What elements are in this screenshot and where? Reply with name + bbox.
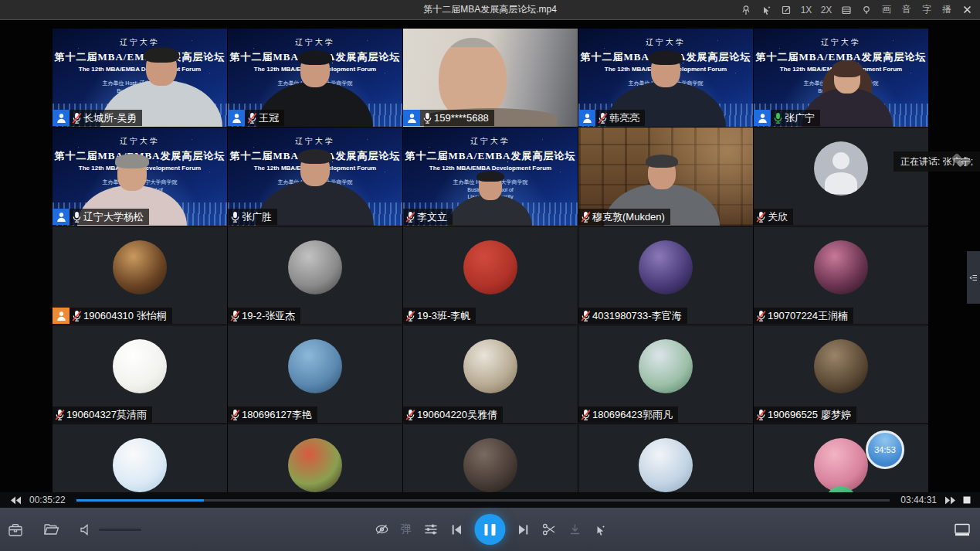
participant-tile[interactable]: 辽宁大学第十二届MBA/EMBA发展高层论坛The 12th MBA/EMBA … (228, 128, 402, 226)
participant-name: 190604327莫清雨 (66, 408, 147, 422)
danmaku-button[interactable]: 弹 (401, 522, 412, 536)
participant-tile[interactable] (228, 424, 402, 492)
pin-icon[interactable] (736, 0, 756, 19)
participant-tile[interactable]: 180696423郭雨凡 (578, 325, 753, 423)
participant-tile[interactable]: 关欣 (754, 128, 928, 226)
video-track-button[interactable]: 画 (877, 0, 897, 19)
mic-muted-icon (405, 211, 415, 223)
timer-badge: 34:53 (866, 430, 904, 469)
mic-muted-icon (72, 310, 82, 322)
person-icon (754, 110, 771, 126)
mic-on-icon (422, 112, 432, 124)
open-folder-icon[interactable] (43, 522, 59, 536)
participant-tile[interactable]: 34:53 (754, 424, 928, 492)
participant-tile[interactable]: 辽宁大学第十二届MBA/EMBA发展高层论坛The 12th MBA/EMBA … (53, 128, 227, 226)
stop-icon[interactable] (963, 496, 971, 504)
rewind-icon[interactable] (9, 496, 22, 505)
mic-on-icon (72, 211, 82, 223)
participant-tile[interactable] (53, 424, 227, 492)
mic-muted-icon (55, 409, 65, 421)
audio-track-button[interactable]: 音 (897, 0, 917, 19)
lamp-icon[interactable] (856, 0, 877, 19)
participant-tile[interactable]: 辽宁大学第十二届MBA/EMBA发展高层论坛The 12th MBA/EMBA … (754, 29, 928, 127)
watermark-logo-icon (946, 153, 978, 173)
next-icon[interactable] (517, 523, 530, 536)
participant-grid: 辽宁大学第十二届MBA/EMBA发展高层论坛The 12th MBA/EMBA … (53, 29, 928, 492)
broadcast-button[interactable]: 播 (937, 0, 957, 19)
seek-bar[interactable] (76, 499, 890, 502)
equalizer-icon[interactable] (423, 522, 438, 536)
participant-tile[interactable]: 穆克敦(Mukden) (578, 128, 753, 226)
participant-name: 长城所-吴勇 (83, 111, 137, 125)
control-bar-right (954, 508, 971, 551)
pause-button[interactable] (474, 514, 505, 545)
participant-name: 张广宁 (785, 111, 815, 125)
scissors-icon[interactable] (541, 522, 556, 536)
name-badge: 辽宁大学杨松 (53, 209, 149, 225)
participant-tile[interactable]: 180696127李艳 (228, 325, 402, 423)
mic-muted-icon (581, 211, 591, 223)
participant-name: 159****5688 (434, 112, 489, 124)
playlist-icon[interactable] (836, 0, 856, 19)
slide-university: 辽宁大学 (228, 37, 402, 48)
participant-video-person (449, 173, 532, 226)
participant-tile[interactable]: 辽宁大学第十二届MBA/EMBA发展高层论坛The 12th MBA/EMBA … (403, 128, 578, 226)
avatar (814, 339, 868, 393)
avatar (463, 339, 517, 393)
download-icon[interactable] (568, 522, 582, 536)
speed-2x-button[interactable]: 2X (816, 0, 836, 19)
participant-tile[interactable] (578, 424, 753, 492)
name-badge: 180696127李艳 (228, 406, 317, 423)
participant-tile[interactable]: 190707224王润楠 (754, 226, 928, 325)
avatar (463, 240, 517, 294)
name-badge: 190696525 廖梦婷 (754, 406, 856, 423)
participant-tile[interactable]: 159****5688 (403, 29, 578, 127)
participant-name: 穆克敦(Mukden) (592, 210, 665, 224)
participant-tile[interactable]: 4031980733-李官海 (578, 226, 753, 325)
toolbox-icon[interactable] (8, 522, 23, 537)
fast-forward-icon[interactable] (944, 496, 957, 505)
volume-slider[interactable] (99, 529, 141, 531)
participant-tile[interactable]: 辽宁大学第十二届MBA/EMBA发展高层论坛The 12th MBA/EMBA … (578, 29, 753, 127)
name-badge: 4031980733-李官海 (578, 308, 687, 324)
speed-1x-button[interactable]: 1X (796, 0, 816, 19)
participant-tile[interactable]: 190604220吴雅倩 (403, 325, 578, 423)
participant-tile[interactable]: 190696525 廖梦婷 (754, 325, 928, 423)
default-avatar (814, 141, 868, 196)
name-badge: 张广胜 (228, 209, 277, 225)
participant-tile[interactable]: 190604327莫清雨 (53, 325, 227, 423)
avatar (288, 339, 342, 393)
name-badge: 关欣 (754, 209, 793, 225)
name-badge: 190604327莫清雨 (53, 406, 152, 423)
participant-name: 19-2-张亚杰 (242, 309, 295, 323)
slide-university: 辽宁大学 (53, 37, 227, 48)
name-badge: 穆克敦(Mukden) (578, 209, 670, 225)
eye-icon[interactable] (374, 522, 389, 536)
close-icon[interactable] (957, 0, 977, 19)
pointer-icon[interactable] (756, 0, 776, 19)
participant-tile[interactable]: 190604310 张怡桐 (53, 226, 227, 325)
pointer-icon[interactable] (593, 523, 606, 536)
speaker-icon[interactable] (80, 523, 93, 536)
participant-name: 关欣 (768, 210, 788, 224)
participant-tile[interactable]: 辽宁大学第十二届MBA/EMBA发展高层论坛The 12th MBA/EMBA … (228, 29, 402, 127)
participant-tile[interactable]: 辽宁大学第十二届MBA/EMBA发展高层论坛The 12th MBA/EMBA … (53, 29, 227, 127)
mic-muted-icon (756, 211, 766, 223)
monitor-icon[interactable] (954, 522, 971, 536)
mic-muted-icon (247, 112, 257, 124)
titlebar-actions: 1X 2X 画 音 字 播 (736, 0, 977, 19)
subtitle-track-button[interactable]: 字 (917, 0, 937, 19)
participant-name: 19-3班-李帆 (417, 309, 470, 323)
sidebar-handle[interactable] (967, 251, 980, 304)
screenshot-icon[interactable] (776, 0, 796, 19)
previous-icon[interactable] (449, 523, 463, 536)
window-title: 第十二届MBA发展高层论坛.mp4 (423, 0, 557, 19)
participant-tile[interactable] (403, 424, 578, 492)
name-badge: 19-2-张亚杰 (228, 308, 300, 324)
mic-muted-icon (230, 409, 240, 421)
participant-name: 190707224王润楠 (768, 309, 848, 323)
avatar (639, 240, 693, 294)
participant-tile[interactable]: 19-3班-李帆 (403, 226, 578, 325)
participant-tile[interactable]: 19-2-张亚杰 (228, 226, 402, 325)
participant-name: 190604220吴雅倩 (417, 408, 497, 422)
